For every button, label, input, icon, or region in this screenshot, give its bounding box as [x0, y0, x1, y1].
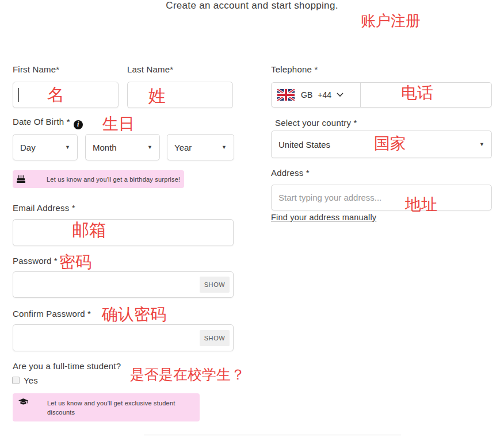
- birthday-banner: Let us know and you'll get a birthday su…: [13, 170, 184, 188]
- student-question-label: Are you a full-time student?: [13, 361, 121, 371]
- address-input[interactable]: [271, 185, 492, 210]
- last-name-label: Last Name*: [127, 64, 173, 74]
- phone-dial-code: +44: [318, 90, 331, 99]
- dob-year-value: Year: [174, 143, 192, 152]
- country-value: United States: [278, 140, 330, 150]
- caret-down-icon: ▼: [147, 145, 152, 150]
- dob-day-value: Day: [20, 143, 36, 152]
- phone-country-code: GB: [301, 90, 312, 99]
- password-label: Password *: [13, 256, 58, 266]
- dob-month-value: Month: [93, 143, 117, 152]
- graduation-cap-icon: [18, 398, 28, 406]
- dob-year-select[interactable]: Year ▼: [167, 134, 234, 160]
- dob-label-text: Date Of Birth *: [13, 117, 70, 126]
- birthday-cake-icon: [17, 175, 25, 183]
- find-address-manually-link[interactable]: Find your address manually: [271, 213, 376, 222]
- bottom-element-edge: [144, 435, 401, 435]
- registration-page: Create an account and start shopping. 账户…: [0, 0, 504, 437]
- first-name-label: First Name*: [13, 64, 59, 74]
- first-name-input[interactable]: [13, 82, 119, 108]
- caret-down-icon: ▼: [479, 142, 484, 147]
- annotation-student: 是否是在校学生？: [130, 367, 245, 384]
- address-label: Address *: [271, 168, 310, 178]
- email-label: Email Address *: [13, 203, 75, 213]
- student-banner: Let us know and you'll get exclusive stu…: [13, 393, 200, 421]
- confirm-password-show-button[interactable]: SHOW: [200, 330, 230, 346]
- student-banner-text: Let us know and you'll get exclusive stu…: [47, 398, 185, 417]
- annotation-password: 密码: [59, 253, 91, 271]
- country-label: Select your country *: [275, 118, 357, 128]
- text-cursor: [18, 88, 19, 102]
- country-select[interactable]: United States ▼: [271, 131, 492, 158]
- annotation-confirm-password: 确认密码: [102, 305, 166, 324]
- caret-down-icon: ▼: [65, 145, 70, 150]
- dob-month-select[interactable]: Month ▼: [85, 134, 160, 160]
- password-show-button[interactable]: SHOW: [200, 277, 230, 293]
- birthday-banner-text: Let us know and you'll get a birthday su…: [47, 175, 180, 184]
- uk-flag-icon: [277, 89, 295, 101]
- chevron-down-icon: [337, 93, 343, 97]
- telephone-label: Telephone *: [271, 64, 318, 74]
- last-name-input[interactable]: [127, 82, 233, 108]
- page-title: Create an account and start shopping.: [0, 0, 504, 12]
- email-input[interactable]: [13, 219, 234, 246]
- annotation-dob: 生日: [102, 115, 135, 133]
- caret-down-icon: ▼: [222, 145, 227, 150]
- student-yes-checkbox[interactable]: [12, 377, 20, 384]
- dob-day-select[interactable]: Day ▼: [13, 134, 78, 160]
- telephone-field: GB +44: [271, 82, 492, 108]
- confirm-password-label: Confirm Password *: [13, 309, 91, 319]
- phone-number-input[interactable]: [361, 83, 492, 107]
- info-icon[interactable]: i: [74, 120, 83, 129]
- annotation-page-title: 账户注册: [361, 13, 421, 30]
- dob-label: Date Of Birth *i: [13, 117, 83, 129]
- phone-country-selector[interactable]: GB +44: [272, 83, 360, 107]
- student-yes-label: Yes: [24, 375, 38, 385]
